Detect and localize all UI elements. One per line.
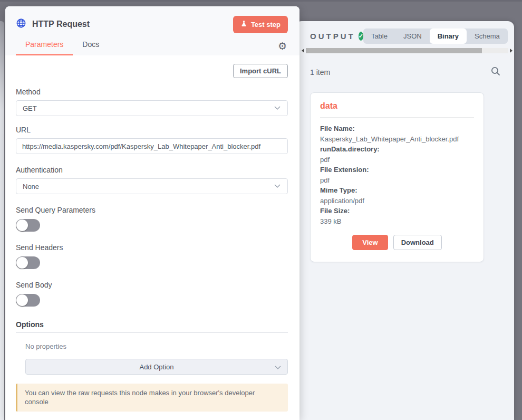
send-headers-label: Send Headers bbox=[16, 243, 288, 252]
no-properties-text: No properties bbox=[25, 342, 288, 350]
ndv-overlay: OUTPUT ✓ Table JSON Binary Schema 1 item bbox=[0, 0, 522, 420]
tab-parameters[interactable]: Parameters bbox=[16, 37, 73, 55]
node-settings-panel: HTTP Request Test step Parameters Docs ⚙… bbox=[5, 6, 299, 420]
output-meta-row: 1 item bbox=[295, 54, 514, 78]
output-view-tabs: Table JSON Binary Schema bbox=[363, 28, 508, 44]
success-check-icon: ✓ bbox=[359, 32, 363, 41]
scroll-left-arrow-icon[interactable] bbox=[302, 49, 304, 53]
method-select[interactable]: GET bbox=[16, 100, 288, 116]
test-step-button[interactable]: Test step bbox=[233, 16, 288, 33]
gear-icon[interactable]: ⚙ bbox=[278, 41, 288, 55]
import-curl-button[interactable]: Import cURL bbox=[233, 64, 288, 78]
scrollbar-thumb[interactable] bbox=[306, 48, 482, 53]
field-label: File Extension: bbox=[320, 165, 474, 175]
field-value: 339 kB bbox=[320, 216, 474, 227]
chevron-down-icon bbox=[274, 104, 281, 112]
globe-icon bbox=[16, 18, 26, 31]
node-panel-header: HTTP Request Test step Parameters Docs ⚙ bbox=[5, 6, 299, 55]
toggle-knob bbox=[16, 219, 28, 231]
tab-schema[interactable]: Schema bbox=[467, 28, 508, 44]
method-label: Method bbox=[16, 88, 288, 96]
send-body-toggle[interactable] bbox=[16, 294, 40, 307]
toggle-knob bbox=[16, 294, 28, 306]
items-count: 1 item bbox=[310, 68, 330, 77]
tab-binary[interactable]: Binary bbox=[430, 28, 467, 44]
node-title: HTTP Request bbox=[32, 20, 90, 29]
send-query-parameters-toggle[interactable] bbox=[16, 219, 40, 232]
send-body-label: Send Body bbox=[16, 281, 288, 289]
binary-data-card: data File Name: Kaspersky_Lab_Whitepaper… bbox=[310, 92, 484, 262]
horizontal-scrollbar[interactable] bbox=[302, 47, 513, 54]
method-field: Method GET bbox=[16, 88, 288, 116]
url-field: URL bbox=[16, 126, 288, 154]
search-icon[interactable] bbox=[491, 66, 500, 78]
send-body-field: Send Body bbox=[16, 281, 288, 307]
field-value: Kaspersky_Lab_Whitepaper_Anti_blocker.pd… bbox=[320, 134, 474, 145]
authentication-select[interactable]: None bbox=[16, 178, 288, 194]
parameters-form: Import cURL Method GET URL Authenticatio… bbox=[5, 55, 299, 412]
field-label: File Size: bbox=[320, 206, 474, 216]
developer-console-notice: You can view the raw requests this node … bbox=[16, 384, 288, 412]
card-divider bbox=[320, 118, 474, 118]
add-option-select[interactable]: Add Option bbox=[25, 359, 288, 375]
flask-icon bbox=[240, 20, 247, 29]
card-buttons: View Download bbox=[320, 235, 474, 250]
authentication-field: Authentication None bbox=[16, 166, 288, 194]
field-label: runData.directory: bbox=[320, 144, 474, 155]
output-header: OUTPUT ✓ Table JSON Binary Schema bbox=[295, 21, 514, 46]
chevron-down-icon bbox=[274, 364, 282, 372]
toggle-knob bbox=[16, 257, 28, 269]
binary-key-title: data bbox=[320, 101, 474, 111]
field-value: pdf bbox=[320, 155, 474, 165]
field-label: File Name: bbox=[320, 123, 474, 134]
authentication-label: Authentication bbox=[16, 166, 288, 174]
send-query-parameters-field: Send Query Parameters bbox=[16, 206, 288, 232]
chevron-down-icon bbox=[274, 183, 281, 190]
output-title: OUTPUT bbox=[310, 32, 355, 41]
download-button[interactable]: Download bbox=[393, 235, 442, 250]
scrollbar-track[interactable] bbox=[306, 48, 508, 53]
send-headers-field: Send Headers bbox=[16, 243, 288, 269]
tab-docs[interactable]: Docs bbox=[73, 37, 109, 55]
tab-json[interactable]: JSON bbox=[395, 28, 430, 44]
input-panel-edge bbox=[0, 21, 4, 420]
view-button[interactable]: View bbox=[352, 235, 388, 250]
url-label: URL bbox=[16, 126, 288, 134]
node-panel-tabs: Parameters Docs ⚙ bbox=[16, 37, 288, 55]
options-heading: Options bbox=[16, 320, 288, 333]
send-query-parameters-label: Send Query Parameters bbox=[16, 206, 288, 214]
field-value: application/pdf bbox=[320, 196, 474, 206]
field-value: pdf bbox=[320, 175, 474, 186]
scroll-right-arrow-icon[interactable] bbox=[510, 49, 513, 53]
send-headers-toggle[interactable] bbox=[16, 256, 40, 269]
field-label: Mime Type: bbox=[320, 185, 474, 196]
tab-table[interactable]: Table bbox=[363, 28, 395, 44]
url-input[interactable] bbox=[16, 138, 288, 154]
output-panel: OUTPUT ✓ Table JSON Binary Schema 1 item bbox=[295, 21, 514, 420]
